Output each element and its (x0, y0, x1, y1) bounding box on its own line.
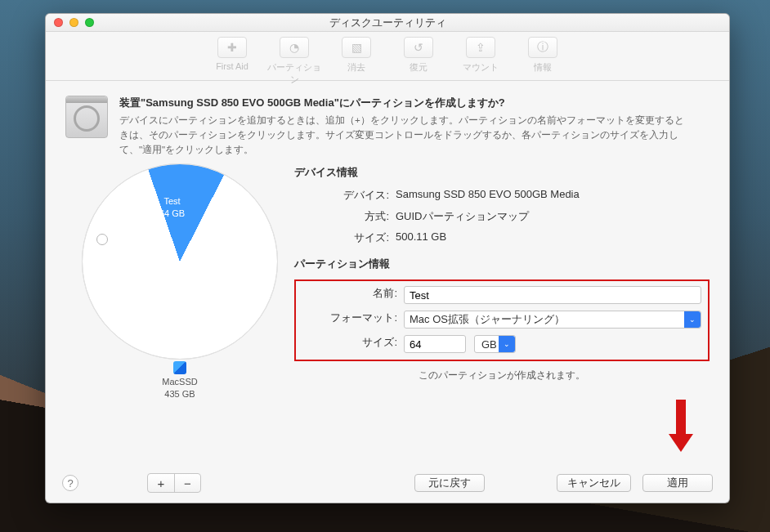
toolbar: ✚ First Aid ◔ パーティション ▧ 消去 ↺ 復元 ⇪ マウント ⓘ… (46, 32, 729, 81)
toolbar-first-aid[interactable]: ✚ First Aid (204, 37, 261, 71)
titlebar: ディスクユーティリティ (46, 14, 729, 32)
sheet-footer: ? + − 元に戻す キャンセル 適用 (46, 463, 729, 503)
partition-name-input[interactable] (404, 286, 701, 304)
sheet-header: 装置"Samsung SSD 850 EVO 500GB Media"にパーティ… (65, 96, 710, 157)
pie-icon: ◔ (280, 37, 309, 58)
device-size-value: 500.11 GB (396, 230, 710, 245)
chevron-up-down-icon: ⌄ (499, 336, 515, 352)
erase-icon: ▧ (342, 37, 371, 58)
restore-icon: ↺ (404, 37, 433, 58)
partition-info-heading: パーティション情報 (294, 257, 710, 271)
annotation-highlight: 名前: フォーマット: Mac OS拡張（ジャーナリング） ⌄ (294, 279, 710, 361)
revert-button[interactable]: 元に戻す (414, 474, 485, 492)
pie-slice-test-label: Test 64 GB (159, 195, 185, 219)
window-title: ディスクユーティリティ (46, 16, 729, 30)
device-info-heading: デバイス情報 (294, 165, 710, 180)
device-name-value: Samsung SSD 850 EVO 500GB Media (396, 188, 710, 203)
mount-icon: ⇪ (466, 37, 495, 58)
chevron-up-down-icon: ⌄ (684, 311, 701, 328)
zoom-window-button[interactable] (85, 18, 94, 27)
stethoscope-icon: ✚ (217, 37, 247, 58)
toolbar-erase[interactable]: ▧ 消去 (328, 37, 385, 74)
partition-scheme-value: GUIDパーティションマップ (396, 209, 710, 224)
partition-hint: このパーティションが作成されます。 (294, 369, 710, 382)
minimize-window-button[interactable] (69, 18, 78, 27)
partition-size-unit-select[interactable]: GB ⌄ (474, 335, 516, 353)
pie-resize-handle[interactable] (96, 234, 108, 245)
cancel-button[interactable]: キャンセル (557, 474, 631, 492)
sheet-description: デバイスにパーティションを追加するときは、追加（+）をクリックします。パーティシ… (119, 114, 692, 157)
toolbar-partition[interactable]: ◔ パーティション (266, 37, 323, 86)
volume-icon (173, 361, 186, 374)
remove-partition-button[interactable]: − (174, 474, 200, 492)
apply-button[interactable]: 適用 (642, 474, 713, 492)
info-icon: ⓘ (528, 37, 557, 58)
disk-icon (65, 96, 108, 138)
sheet-header-text: 装置"Samsung SSD 850 EVO 500GB Media"にパーティ… (119, 96, 692, 157)
add-partition-button[interactable]: + (148, 474, 174, 492)
partition-format-select[interactable]: Mac OS拡張（ジャーナリング） ⌄ (404, 311, 701, 329)
info-panel: デバイス情報 デバイス:Samsung SSD 850 EVO 500GB Me… (294, 162, 710, 400)
window-controls (46, 18, 94, 27)
toolbar-restore[interactable]: ↺ 復元 (390, 37, 447, 74)
toolbar-info[interactable]: ⓘ 情報 (514, 37, 571, 74)
add-remove-segmented: + − (147, 473, 201, 493)
annotation-arrow (669, 400, 693, 457)
partition-pie-chart[interactable]: Test 64 GB (82, 163, 278, 360)
help-button[interactable]: ? (62, 475, 78, 491)
toolbar-mount[interactable]: ⇪ マウント (452, 37, 509, 74)
partition-pie-panel: Test 64 GB MacSSD 435 GB (65, 162, 294, 400)
partition-size-input[interactable] (404, 335, 466, 353)
close-window-button[interactable] (54, 18, 63, 27)
sheet-content: 装置"Samsung SSD 850 EVO 500GB Media"にパーティ… (46, 81, 729, 503)
disk-utility-window: ディスクユーティリティ ✚ First Aid ◔ パーティション ▧ 消去 ↺… (45, 13, 730, 503)
pie-slice-macssd-label: MacSSD 435 GB (65, 361, 294, 400)
